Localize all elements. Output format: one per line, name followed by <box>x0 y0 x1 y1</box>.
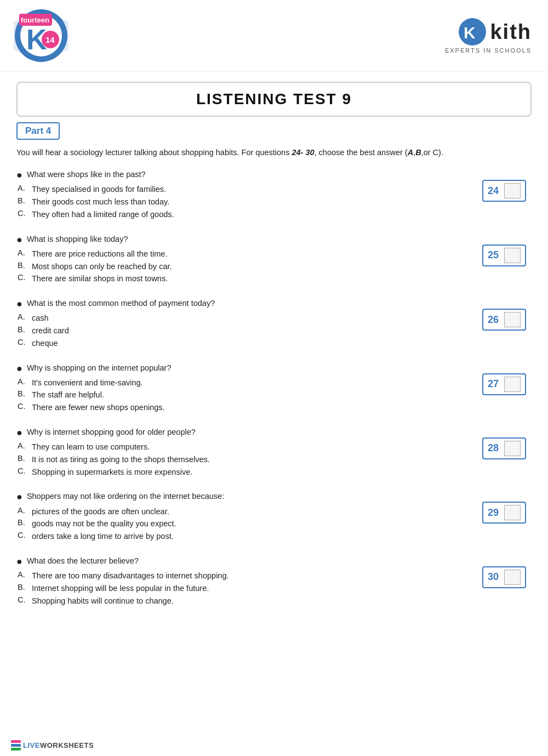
answer-number-27: 27 <box>488 378 500 390</box>
question-left-27: ●Why is shopping on the internet popular… <box>16 362 482 414</box>
answer-input-29[interactable] <box>504 505 521 520</box>
option-row-29-2: C.orders take a long time to arrive by p… <box>16 531 471 543</box>
answer-box-30: 30 <box>482 566 526 588</box>
option-row-26-0: A.cash <box>16 312 471 325</box>
option-text-25-0: There are price reductions all the time. <box>32 248 167 260</box>
svg-text:K: K <box>464 24 476 42</box>
answer-number-26: 26 <box>488 314 500 326</box>
kith-logo: K kith EXPERTS IN SCHOOLS <box>445 18 532 54</box>
answer-box-29: 29 <box>482 502 526 524</box>
answer-box-wrapper-28: 28 <box>482 437 532 459</box>
footer: LIVEWORKSHEETS <box>0 740 548 751</box>
liveworksheets-logo: LIVEWORKSHEETS <box>11 740 94 751</box>
option-text-24-1: Their goods cost much less than today. <box>32 196 169 208</box>
question-left-29: ●Shoppers may not like ordering on the i… <box>16 491 482 543</box>
bullet-icon-26: ● <box>16 297 22 311</box>
header: fourteen K 14 K kith EXPERTS IN SCHOOLS <box>0 0 548 72</box>
option-text-30-1: Internet shopping will be less popular i… <box>32 583 209 595</box>
option-row-26-2: C.cheque <box>16 338 471 350</box>
option-row-25-0: A.There are price reductions all the tim… <box>16 248 471 260</box>
svg-text:14: 14 <box>45 35 55 44</box>
answer-box-wrapper-26: 26 <box>482 309 532 331</box>
bullet-icon-29: ● <box>16 490 22 504</box>
question-text-24: What were shops like in the past? <box>27 169 146 181</box>
answer-input-26[interactable] <box>504 312 521 327</box>
option-letter-28-0: A. <box>18 441 32 450</box>
option-row-28-0: A.They can learn to use computers. <box>16 441 471 453</box>
lw-brand-text: LIVEWORKSHEETS <box>23 741 94 749</box>
answer-box-wrapper-30: 30 <box>482 566 532 588</box>
option-text-24-2: They often had a limited range of goods. <box>32 209 174 221</box>
option-text-28-1: It is not as tiring as going to the shop… <box>32 454 210 466</box>
option-text-26-1: credit card <box>32 325 69 337</box>
instructions-text: You will hear a sociology lecturer talki… <box>16 148 443 157</box>
option-row-30-1: B.Internet shopping will be less popular… <box>16 583 471 595</box>
option-row-25-1: B.Most shops can only be reached by car. <box>16 261 471 273</box>
option-row-30-0: A.There are too many disadvantages to in… <box>16 570 471 582</box>
answer-number-25: 25 <box>488 249 500 261</box>
option-letter-26-1: B. <box>18 325 32 334</box>
option-row-25-2: C.There are similar shops in most towns. <box>16 273 471 285</box>
option-text-24-0: They specialised in goods for families. <box>32 184 166 196</box>
bullet-icon-30: ● <box>16 555 22 569</box>
question-left-24: ●What were shops like in the past?A.They… <box>16 169 482 221</box>
option-letter-29-0: A. <box>18 506 32 515</box>
option-text-27-0: It's convenient and time-saving. <box>32 377 143 389</box>
answer-input-28[interactable] <box>504 441 521 456</box>
option-letter-25-0: A. <box>18 248 32 257</box>
option-row-28-2: C.Shopping in supermarkets is more expen… <box>16 467 471 479</box>
answer-box-wrapper-29: 29 <box>482 502 532 524</box>
question-bullet-26: ●What is the most common method of payme… <box>16 298 471 311</box>
option-text-30-2: Shopping habits will continue to change. <box>32 595 174 607</box>
option-letter-27-0: A. <box>18 377 32 386</box>
option-row-27-2: C.There are fewer new shops openings. <box>16 402 471 414</box>
question-bullet-30: ●What does the lecturer believe? <box>16 555 471 569</box>
option-letter-27-2: C. <box>18 402 32 411</box>
question-text-26: What is the most common method of paymen… <box>27 298 215 310</box>
question-bullet-28: ●Why is internet shopping good for older… <box>16 427 471 440</box>
option-row-24-0: A.They specialised in goods for families… <box>16 184 471 196</box>
option-row-26-1: B.credit card <box>16 325 471 337</box>
answer-input-30[interactable] <box>504 570 521 585</box>
option-letter-30-1: B. <box>18 583 32 592</box>
question-left-26: ●What is the most common method of payme… <box>16 298 482 350</box>
answer-input-27[interactable] <box>504 377 521 392</box>
option-letter-30-2: C. <box>18 595 32 604</box>
option-text-28-2: Shopping in supermarkets is more expensi… <box>32 467 192 479</box>
answer-box-wrapper-25: 25 <box>482 245 532 266</box>
instructions: You will hear a sociology lecturer talki… <box>16 146 532 159</box>
svg-text:fourteen: fourteen <box>21 16 49 24</box>
option-text-26-0: cash <box>32 312 49 325</box>
answer-input-25[interactable] <box>504 248 521 263</box>
question-block-27: ●Why is shopping on the internet popular… <box>16 362 532 414</box>
question-block-24: ●What were shops like in the past?A.They… <box>16 169 532 221</box>
part-label-text: Part 4 <box>16 122 60 140</box>
option-letter-26-0: A. <box>18 312 32 321</box>
option-letter-29-1: B. <box>18 518 32 527</box>
question-text-25: What is shopping like today? <box>27 234 128 246</box>
test-title-box: LISTENING TEST 9 <box>16 82 532 117</box>
bullet-icon-27: ● <box>16 362 22 376</box>
option-letter-29-2: C. <box>18 531 32 539</box>
question-block-25: ●What is shopping like today?A.There are… <box>16 234 532 286</box>
questions-container: ●What were shops like in the past?A.They… <box>16 169 532 607</box>
option-letter-25-2: C. <box>18 273 32 282</box>
question-bullet-24: ●What were shops like in the past? <box>16 169 471 182</box>
answer-number-28: 28 <box>488 442 500 454</box>
question-text-29: Shoppers may not like ordering on the in… <box>27 491 224 503</box>
question-left-28: ●Why is internet shopping good for older… <box>16 427 482 479</box>
option-letter-30-0: A. <box>18 570 32 579</box>
option-letter-24-1: B. <box>18 196 32 205</box>
option-text-26-2: cheque <box>32 338 58 350</box>
option-row-27-0: A.It's convenient and time-saving. <box>16 377 471 389</box>
question-text-27: Why is shopping on the internet popular? <box>27 362 172 374</box>
option-text-25-2: There are similar shops in most towns. <box>32 273 168 285</box>
answer-box-25: 25 <box>482 245 526 266</box>
answer-number-30: 30 <box>488 571 500 583</box>
option-text-29-1: goods may not be the quality you expect. <box>32 518 176 530</box>
question-bullet-29: ●Shoppers may not like ordering on the i… <box>16 491 471 504</box>
answer-input-24[interactable] <box>504 183 521 198</box>
question-bullet-25: ●What is shopping like today? <box>16 234 471 247</box>
answer-box-wrapper-24: 24 <box>482 180 532 202</box>
option-text-27-1: The staff are helpful. <box>32 389 104 401</box>
